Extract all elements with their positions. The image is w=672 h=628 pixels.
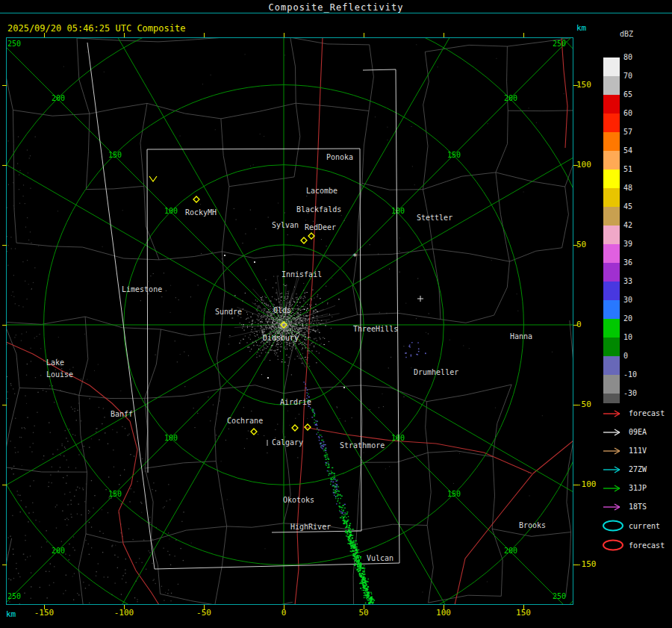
city-label: Didsbury xyxy=(263,334,299,342)
radar-site-marker xyxy=(292,425,298,431)
precip-streak xyxy=(304,342,426,605)
city-label: Louise xyxy=(46,370,73,379)
city-label: ThreeHills xyxy=(353,325,398,333)
range-ring-label: 150 xyxy=(108,490,122,498)
legend-label: forecast xyxy=(629,541,665,550)
svg-text:*: * xyxy=(352,252,358,261)
colorbar-swatch xyxy=(603,338,620,356)
colorbar-swatch xyxy=(603,226,620,244)
axis-tick-label: -50 xyxy=(576,400,591,409)
city-label: Banff xyxy=(111,410,133,418)
range-ring-label: 200 xyxy=(504,547,517,555)
timestamp-text: 2025/09/20 05:46:25 UTC Composite xyxy=(7,23,185,34)
colorbar-swatch xyxy=(603,300,620,319)
city-label: Sylvan xyxy=(272,221,299,229)
axis-tick xyxy=(2,405,7,405)
axis-tick xyxy=(44,33,45,37)
axis-tick xyxy=(2,485,7,485)
range-ring-label: 150 xyxy=(447,151,461,159)
colorbar-label: 70 xyxy=(623,72,632,80)
axis-tick-label: 0 xyxy=(271,608,296,618)
city-labels: PonokaLacombeBlackfaldsSylvanRedDeerStet… xyxy=(46,153,546,562)
colorbar-title: dBZ xyxy=(620,30,633,38)
colorbar-label: -30 xyxy=(623,389,637,397)
legend-row: 09EA xyxy=(602,423,672,441)
radar-site-marker xyxy=(308,233,314,239)
city-label: Okotoks xyxy=(283,496,314,504)
city-label: RockyMH xyxy=(185,208,217,217)
axis-tick xyxy=(2,85,7,86)
axis-tick-label: -150 xyxy=(576,559,597,569)
range-ring-label: 250 xyxy=(553,40,566,48)
city-label: Calgary xyxy=(272,438,303,447)
colorbar-label: 48 xyxy=(623,184,632,192)
axis-tick-label: -150 xyxy=(31,608,57,618)
range-ring-label: 200 xyxy=(52,94,65,102)
bottom-axis-unit: km xyxy=(6,609,16,619)
range-ring-label: 250 xyxy=(7,592,21,600)
range-ring-label: 250 xyxy=(553,592,566,600)
legend-arrow-icon xyxy=(602,484,627,493)
colorbar-swatch xyxy=(603,151,620,170)
colorbar-label: 60 xyxy=(623,109,632,117)
city-label: Cochrane xyxy=(227,417,263,425)
axis-tick-label: 150 xyxy=(576,80,591,90)
colorbar-swatch xyxy=(603,170,620,188)
city-label: Ponoka xyxy=(326,153,353,161)
page-title: Composite_Reflectivity xyxy=(0,2,672,13)
axis-tick xyxy=(124,33,125,37)
city-label: Stettler xyxy=(417,214,452,222)
city-label: Olds xyxy=(273,306,291,314)
axis-tick-label: 0 xyxy=(576,320,582,329)
legend-row: 27ZW xyxy=(602,460,672,479)
colorbar-label: 57 xyxy=(623,128,632,136)
legend-label: 18TS xyxy=(629,503,647,511)
colorbar-swatch xyxy=(603,95,620,114)
city-label: Sundre xyxy=(215,308,242,316)
axis-tick-label: 100 xyxy=(576,160,591,170)
radar-site-marker xyxy=(193,196,199,202)
axis-tick xyxy=(523,33,524,37)
legend-row: current xyxy=(602,516,672,535)
axis-tick-label: 50 xyxy=(576,240,586,249)
legend-label: 31JP xyxy=(629,484,647,492)
colorbar-label: 20 xyxy=(623,314,632,323)
axis-tick xyxy=(2,565,7,565)
city-label: RedDeer xyxy=(305,223,336,231)
axis-tick xyxy=(204,33,205,37)
range-ring-label: 100 xyxy=(164,434,178,442)
colorbar-swatch xyxy=(603,394,620,403)
colorbar-swatch xyxy=(603,375,620,394)
city-label: Brooks xyxy=(519,521,546,529)
colorbar-label: 45 xyxy=(623,202,632,211)
legend-row: forecast xyxy=(602,535,672,555)
axis-tick xyxy=(364,33,364,37)
city-label: Drumheller xyxy=(414,368,458,376)
colorbar-swatch xyxy=(603,76,620,95)
colorbar-label: 0 xyxy=(623,352,628,360)
city-label: Limestone xyxy=(122,285,162,293)
radar-map: 1001502002501001502002501001502002501001… xyxy=(6,37,573,605)
coverage-boxes xyxy=(87,43,399,569)
colorbar-swatch xyxy=(603,244,620,263)
colorbar-label: 80 xyxy=(623,53,632,61)
colorbar-swatch xyxy=(603,263,620,282)
colorbar-swatch xyxy=(603,319,620,338)
legend-arrow-icon xyxy=(602,465,627,474)
range-ring-label: 250 xyxy=(7,40,21,48)
legend-panel: forecast09EA111V27ZW31JP18TScurrentforec… xyxy=(602,404,672,555)
axis-tick xyxy=(2,165,7,166)
axis-tick xyxy=(284,33,284,37)
colorbar-label: 65 xyxy=(623,90,632,99)
range-ring-label: 200 xyxy=(504,94,517,102)
city-label: Innisfail xyxy=(281,270,322,279)
axis-tick xyxy=(2,325,7,326)
legend-row: 18TS xyxy=(602,497,672,516)
range-ring-label: 100 xyxy=(164,207,178,215)
colorbar-label: 51 xyxy=(623,165,632,173)
legend-label: forecast xyxy=(629,409,665,417)
range-ring-label: 150 xyxy=(447,490,461,498)
range-ring-label: 150 xyxy=(108,151,122,159)
colorbar-label: 54 xyxy=(623,146,632,155)
title-divider xyxy=(0,13,672,13)
